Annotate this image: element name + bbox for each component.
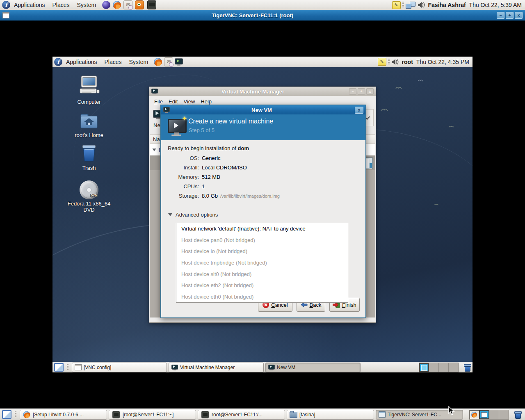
display-icon[interactable] [406, 2, 415, 9]
selinux-note-icon[interactable]: ✎ [378, 58, 386, 66]
name-column-label: Na [153, 136, 160, 142]
summary-row-storage: Storage:8.0 Gb/var/lib/libvirt/images/do… [167, 193, 280, 199]
close-button[interactable]: x [355, 107, 363, 114]
workspace-4[interactable] [449, 363, 458, 372]
panel-separator [388, 59, 390, 65]
workspace-4[interactable] [499, 410, 509, 419]
host-menu-places[interactable]: Places [49, 0, 73, 10]
fedora-menu-icon[interactable]: f [2, 1, 10, 9]
vmm-titlebar[interactable]: Virtual Machine Manager – + x [149, 87, 376, 96]
workspace-3[interactable] [439, 363, 449, 372]
network-option[interactable]: Host device lo (Not bridged) [176, 246, 348, 257]
dialog-titlebar[interactable]: New VM x [161, 105, 365, 114]
header-title: Create a new virtual machine [188, 118, 273, 125]
selinux-note-icon[interactable]: ✎ [392, 1, 401, 9]
remote-desktop: f Applications Places System ✉ ✎ root Th… [52, 57, 472, 372]
vm-monitor-icon[interactable] [175, 58, 183, 66]
remote-clock[interactable]: Thu Oct 22, 4:35 PM [416, 59, 469, 65]
host-taskbar: [Setup Libvirt 0.7.0-6 ... [root@Server1… [0, 409, 525, 420]
taskbar-window-terminal-1[interactable]: [root@Server1-FC11:~] [109, 410, 196, 420]
workspace-1[interactable] [419, 363, 429, 372]
firefox-icon[interactable] [113, 1, 121, 9]
workspace-3[interactable] [489, 410, 499, 419]
dialog-header: ✦ Create a new virtual machine Step 5 of… [161, 114, 365, 140]
taskbar-window-terminal-2[interactable]: root@Server1-FC11:/... [198, 410, 285, 420]
evolution-icon[interactable]: ✉ [164, 57, 173, 66]
new-vm-header-icon: ✦ [167, 117, 186, 136]
desktop-icon-computer[interactable]: Computer [64, 75, 114, 105]
show-desktop-icon[interactable] [2, 410, 11, 419]
expander-triangle-icon[interactable] [153, 148, 156, 151]
host-top-panel: f Applications Places System ✉ ✎ Fasiha … [0, 0, 525, 10]
host-user-menu[interactable]: Fasiha Ashraf [428, 2, 466, 8]
taskbar-window-fasiha[interactable]: [fasiha] [287, 410, 374, 420]
bird-decoration [449, 122, 454, 130]
maximize-button[interactable]: + [506, 12, 514, 19]
terminal-icon[interactable] [147, 0, 156, 9]
remote-menu-applications[interactable]: Applications [62, 57, 101, 67]
tree-row-label: l [159, 147, 160, 153]
trash-applet-icon[interactable] [514, 411, 521, 418]
trash-applet-icon[interactable] [463, 364, 471, 371]
network-option[interactable]: Host device eth0 (Not bridged) [176, 291, 348, 302]
network-option[interactable]: Host device eth2 (Not bridged) [176, 280, 348, 291]
host-menu-applications[interactable]: Applications [10, 0, 49, 10]
close-button[interactable]: x [515, 12, 523, 19]
remote-taskbar: [VNC config] Virtual Machine Manager New… [52, 362, 472, 372]
taskbar-window-new-vm[interactable]: New VM [265, 363, 361, 372]
close-button[interactable]: x [366, 88, 374, 95]
terminal-icon [112, 411, 120, 418]
firefox-icon [23, 411, 30, 418]
evolution-icon[interactable]: ✉ [123, 0, 132, 9]
toolbar-new-button[interactable]: Ne [153, 122, 160, 128]
host-menu-system[interactable]: System [73, 0, 100, 10]
advanced-options-expander[interactable]: Advanced options [168, 212, 218, 218]
network-option[interactable]: Host device tmpbridge (Not bridged) [176, 257, 348, 269]
panel-separator [402, 2, 404, 8]
mouse-cursor [448, 406, 456, 416]
eclipse-icon[interactable] [102, 1, 110, 9]
maximize-button[interactable]: + [358, 88, 365, 95]
expander-triangle-icon [168, 213, 172, 216]
ready-line: Ready to begin installation of dom [168, 145, 249, 151]
tigervnc-window-icon [379, 411, 386, 418]
desktop-icon-trash[interactable]: Trash [64, 144, 114, 171]
menu-file[interactable]: File [154, 98, 163, 105]
firefox-icon[interactable] [154, 58, 162, 66]
remote-menu-system[interactable]: System [126, 57, 152, 67]
menu-help[interactable]: Help [201, 98, 212, 105]
tigervnc-window-icon [2, 12, 9, 18]
fedora-menu-icon[interactable]: f [54, 58, 62, 66]
volume-icon[interactable] [391, 59, 399, 65]
desktop-icon-dvd[interactable]: DVD Fedora 11 x86_64DVD [64, 180, 114, 213]
vmm-title: Virtual Machine Manager [158, 89, 348, 95]
remote-menu-places[interactable]: Places [101, 57, 126, 67]
tigervnc-titlebar[interactable]: TigerVNC: Server1-FC11:1 (root) – + x [0, 10, 525, 21]
new-vm-dialog[interactable]: New VM x ✦ Create a new virtual machine … [160, 105, 366, 318]
network-option[interactable]: Host device sit0 (Not bridged) [176, 268, 348, 280]
taskbar-window-setup-libvirt[interactable]: [Setup Libvirt 0.7.0-6 ... [20, 410, 107, 420]
browser-icon[interactable] [135, 0, 144, 9]
network-option[interactable]: Virtual network 'default' (Inactive): NA… [176, 223, 348, 235]
menu-view[interactable]: View [183, 98, 195, 105]
vm-name: dom [238, 145, 249, 151]
minimize-button[interactable]: – [497, 12, 504, 19]
host-clock[interactable]: Thu Oct 22, 5:39 AM [469, 2, 522, 8]
menu-edit[interactable]: Edit [169, 98, 178, 105]
workspace-2[interactable] [479, 410, 489, 419]
workspace-1[interactable] [470, 410, 479, 419]
taskbar-window-vmm[interactable]: Virtual Machine Manager [169, 363, 264, 372]
network-options-list[interactable]: Virtual network 'default' (Inactive): NA… [176, 223, 348, 303]
vmm-window-icon [151, 89, 158, 94]
remote-user-menu[interactable]: root [402, 59, 413, 65]
workspace-2[interactable] [429, 363, 439, 372]
back-arrow-icon [301, 302, 308, 308]
bird-decoration [434, 200, 439, 208]
network-option[interactable]: Host device pan0 (Not bridged) [176, 235, 348, 246]
minimize-button[interactable]: – [349, 88, 356, 95]
show-desktop-icon[interactable] [54, 363, 64, 372]
taskbar-window-vnc-config[interactable]: [VNC config] [72, 363, 167, 372]
volume-icon[interactable] [418, 2, 426, 8]
desktop-icon-home[interactable]: root's Home [64, 111, 114, 138]
workspace-switcher [469, 410, 509, 420]
